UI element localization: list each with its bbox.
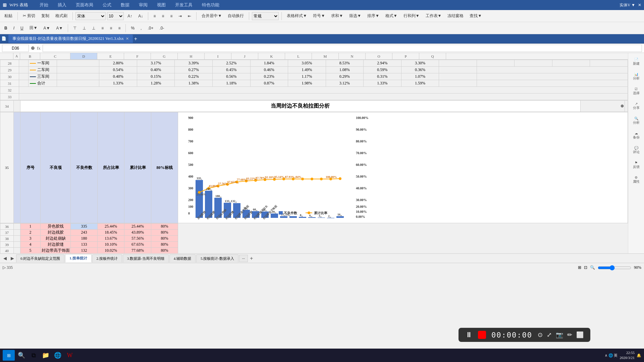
cell-c29[interactable] [57, 67, 99, 73]
cell-ratio-37[interactable]: 18.45% [98, 230, 124, 236]
paste-btn[interactable]: 粘贴 [2, 12, 15, 20]
fontcolor-btn[interactable]: A▼ [54, 25, 65, 32]
col-j-header[interactable]: J [231, 53, 258, 59]
cell-std-36[interactable]: 80% [151, 224, 178, 230]
right-panel-feedback[interactable]: ⚑ 反馈 [630, 159, 642, 171]
sheet-nav-prev[interactable]: ◀ [1, 255, 9, 261]
cell-h31[interactable]: 0.87% [250, 80, 288, 87]
cell-count-40[interactable]: 132 [71, 248, 98, 254]
cell-m29[interactable] [439, 67, 477, 73]
tab-special[interactable]: 特色功能 [197, 1, 224, 9]
cell-std-39[interactable]: 80% [151, 242, 178, 248]
cell-n30[interactable] [477, 73, 628, 80]
cell-item-38[interactable]: 封边处崩缺 [41, 236, 71, 242]
col-k-header[interactable]: K [258, 53, 285, 59]
percent-btn[interactable]: % [128, 25, 137, 32]
cell-g31[interactable]: 1.18% [212, 80, 250, 87]
cell-l30[interactable]: 1.07% [401, 73, 439, 80]
symbol-btn[interactable]: 符号▼ [311, 12, 327, 20]
border-btn[interactable]: 田▼ [27, 24, 40, 32]
rec-square-icon[interactable]: ⬜ [576, 331, 584, 339]
cell-i28[interactable]: 3.05% [288, 60, 326, 67]
cell-item-36[interactable]: 异色胶线 [41, 224, 71, 230]
col-h-header[interactable]: H [178, 53, 205, 59]
cell-count-39[interactable]: 133 [71, 242, 98, 248]
cell-cumulative-38[interactable]: 57.56% [124, 236, 151, 242]
cell-std-38[interactable]: 80% [151, 236, 178, 242]
cell-h29[interactable]: 0.46% [250, 67, 288, 73]
col-l-header[interactable]: L [285, 53, 312, 59]
cell-a37[interactable] [14, 230, 20, 236]
col-c-header[interactable]: C [40, 53, 70, 59]
cell-cumulative-36[interactable]: 25.44% [124, 224, 151, 230]
file-tab-close[interactable]: ✕ [126, 37, 129, 41]
align-right-btn[interactable]: ≡ [168, 13, 175, 19]
sort-btn[interactable]: 排序▼ [365, 12, 382, 20]
cell-g30[interactable]: 0.56% [212, 73, 250, 80]
cell-j28[interactable]: 8.53% [326, 60, 364, 67]
cell-a34[interactable] [14, 101, 20, 112]
align-r2-btn[interactable]: ≡ [116, 25, 123, 32]
cell-k30[interactable]: 0.31% [364, 73, 401, 80]
view-normal-icon[interactable]: ⊞ [578, 265, 581, 270]
font-grow-btn[interactable]: A↑ [125, 13, 135, 19]
cell-a30[interactable] [19, 73, 29, 80]
cell-f30[interactable]: 0.22% [175, 73, 213, 80]
col-d-header[interactable]: D [70, 53, 97, 59]
file-tab[interactable]: 事业线级项目-封边质量改善项目数据日报_20200321 Ver1.3.xlsx… [8, 35, 133, 43]
col-i-header[interactable]: I [205, 53, 231, 59]
tab-dev[interactable]: 开发工具 [170, 1, 197, 9]
cell-e28[interactable]: 3.17% [137, 60, 175, 67]
sheet-tab-0[interactable]: 0.封边不良缺陷定义范围 [16, 254, 64, 262]
cell-n29[interactable] [477, 67, 628, 73]
add-file-tab-btn[interactable]: + [134, 36, 137, 42]
cell-q28[interactable] [590, 60, 628, 67]
cell-e30[interactable]: 0.15% [137, 73, 175, 80]
cell-std-37[interactable]: 80% [151, 230, 178, 236]
sheet-tab-2[interactable]: 2.按板件统计 [92, 254, 122, 262]
col-e-header[interactable]: E [97, 53, 124, 59]
right-panel-backup[interactable]: ☁ 备份 [630, 129, 642, 141]
rec-camera-icon[interactable]: ⊙ [538, 331, 543, 339]
right-panel-props[interactable]: ⚙ 属性 [630, 174, 642, 186]
cell-b28[interactable]: 一车间 [29, 60, 57, 67]
rec-expand-icon[interactable]: ⤢ [547, 331, 552, 339]
col-b-header[interactable]: B [20, 53, 40, 59]
cell-o28[interactable] [515, 60, 552, 67]
tab-formula[interactable]: 公式 [98, 1, 116, 9]
freeze-btn[interactable]: 冻结窗格 [445, 12, 466, 20]
cell-d31[interactable]: 1.33% [99, 80, 137, 87]
add-sheet-btn[interactable]: + [248, 255, 255, 262]
cell-p28[interactable] [552, 60, 590, 67]
cell-a39[interactable] [14, 242, 20, 248]
sheet-tab-more[interactable]: ··· [239, 255, 248, 262]
tab-review[interactable]: 审阅 [134, 1, 152, 9]
cell-i29[interactable]: 1.49% [288, 67, 326, 73]
cell-d30[interactable]: 0.40% [99, 73, 137, 80]
cell-count-38[interactable]: 180 [71, 236, 98, 242]
italic-btn[interactable]: I [11, 25, 17, 32]
cut-btn[interactable]: ✂ 剪切 [20, 12, 38, 20]
taskbar-notification[interactable]: 🔔 [637, 353, 641, 358]
font-size-select[interactable]: 10 [107, 12, 124, 20]
format-btn[interactable]: 格式▼ [383, 12, 400, 20]
cell-c31[interactable] [57, 80, 99, 87]
cell-f28[interactable]: 3.39% [175, 60, 213, 67]
cell-m30[interactable] [439, 73, 477, 80]
start-btn[interactable]: ⊞ [3, 350, 15, 361]
cell-l31[interactable]: 1.59% [401, 80, 439, 87]
cell-cumulative-37[interactable]: 43.89% [124, 230, 151, 236]
taskbar-wps[interactable]: W [64, 350, 75, 361]
zoom-slider[interactable] [598, 265, 631, 270]
filter-btn[interactable]: 筛选▼ [347, 12, 364, 20]
cell-seq-36[interactable]: 1 [20, 224, 41, 230]
font-select[interactable]: 宋体 [75, 12, 106, 20]
cell-item-37[interactable]: 封边残胶 [41, 230, 71, 236]
cell-ratio-39[interactable]: 10.10% [98, 242, 124, 248]
copy-btn[interactable]: 复制 [39, 12, 52, 20]
cell-m31[interactable] [439, 80, 477, 87]
col-m-header[interactable]: M [312, 53, 339, 59]
col-f-header[interactable]: F [124, 53, 151, 59]
cell-e31[interactable]: 1.28% [137, 80, 175, 87]
cell-k28[interactable]: 2.94% [364, 60, 401, 67]
